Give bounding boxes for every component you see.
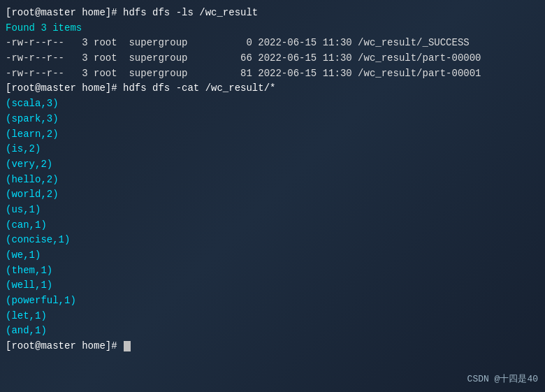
wc-result-line: (spark,3) bbox=[6, 113, 59, 124]
terminal-line: (is,2) bbox=[6, 142, 539, 157]
wc-result-line: (can,1) bbox=[6, 219, 47, 231]
watermark: CSDN @十四是40 bbox=[467, 372, 538, 385]
command-text: hdfs dfs -cat /wc_result/* bbox=[123, 82, 275, 94]
wc-result-line: (well,1) bbox=[6, 280, 52, 291]
file-listing: -rw-r--r-- 3 root supergroup 81 2022-06-… bbox=[6, 68, 481, 79]
terminal-line: -rw-r--r-- 3 root supergroup 66 2022-06-… bbox=[6, 51, 539, 66]
terminal-line: [root@master home]# hdfs dfs -ls /wc_res… bbox=[6, 6, 539, 21]
wc-result-line: (and,1) bbox=[6, 325, 47, 336]
terminal-line: (them,1) bbox=[6, 263, 539, 279]
wc-result-line: (world,2) bbox=[6, 189, 59, 200]
wc-result-line: (learn,2) bbox=[6, 129, 59, 140]
wc-result-line: (hello,2) bbox=[6, 174, 59, 185]
terminal-line: Found 3 items bbox=[6, 21, 539, 36]
terminal: [root@master home]# hdfs dfs -ls /wc_res… bbox=[0, 0, 545, 392]
command-text: hdfs dfs -ls /wc_result bbox=[123, 7, 258, 18]
wc-result-line: (let,1) bbox=[6, 310, 47, 321]
terminal-line: (powerful,1) bbox=[6, 293, 539, 309]
terminal-line: [root@master home]# bbox=[6, 339, 539, 354]
wc-result-line: (concise,1) bbox=[6, 234, 70, 245]
terminal-line: (learn,2) bbox=[6, 127, 539, 143]
terminal-line: (we,1) bbox=[6, 248, 539, 263]
lines-container: [root@master home]# hdfs dfs -ls /wc_res… bbox=[6, 6, 539, 354]
terminal-line: (scala,3) bbox=[6, 96, 539, 112]
wc-result-line: (is,2) bbox=[6, 143, 41, 154]
terminal-line: (can,1) bbox=[6, 218, 539, 233]
wc-result-line: (powerful,1) bbox=[6, 295, 76, 306]
terminal-line: [root@master home]# hdfs dfs -cat /wc_re… bbox=[6, 81, 539, 96]
terminal-line: (and,1) bbox=[6, 324, 539, 339]
terminal-line: (us,1) bbox=[6, 203, 539, 218]
file-listing: -rw-r--r-- 3 root supergroup 0 2022-06-1… bbox=[6, 37, 470, 48]
prompt: [root@master home]# bbox=[6, 7, 123, 18]
terminal-line: (very,2) bbox=[6, 157, 539, 173]
wc-result-line: (them,1) bbox=[6, 265, 52, 276]
wc-result-line: (very,2) bbox=[6, 159, 52, 170]
file-listing: -rw-r--r-- 3 root supergroup 66 2022-06-… bbox=[6, 52, 481, 64]
terminal-line: (well,1) bbox=[6, 278, 539, 293]
prompt: [root@master home]# bbox=[6, 340, 123, 351]
found-items-text: Found 3 items bbox=[6, 22, 82, 34]
prompt: [root@master home]# bbox=[6, 82, 123, 94]
wc-result-line: (us,1) bbox=[6, 204, 41, 215]
terminal-line: (world,2) bbox=[6, 187, 539, 203]
terminal-line: (spark,3) bbox=[6, 112, 539, 127]
terminal-line: (concise,1) bbox=[6, 233, 539, 248]
terminal-line: (hello,2) bbox=[6, 173, 539, 188]
wc-result-line: (we,1) bbox=[6, 249, 41, 261]
terminal-line: -rw-r--r-- 3 root supergroup 0 2022-06-1… bbox=[6, 36, 539, 51]
cursor bbox=[124, 341, 131, 351]
terminal-line: (let,1) bbox=[6, 309, 539, 324]
wc-result-line: (scala,3) bbox=[6, 98, 59, 109]
terminal-line: -rw-r--r-- 3 root supergroup 81 2022-06-… bbox=[6, 66, 539, 82]
